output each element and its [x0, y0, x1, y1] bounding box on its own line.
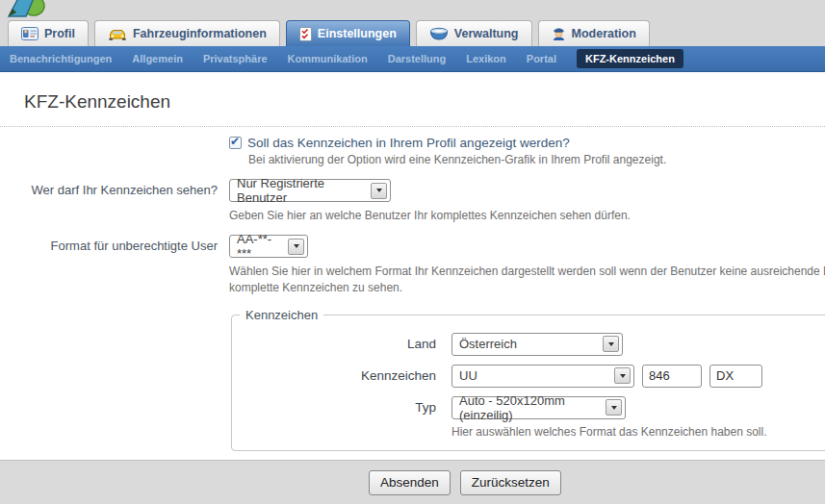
typ-select[interactable]: Auto - 520x120mm (einzeilig)	[451, 396, 626, 419]
checklist-icon	[299, 27, 312, 41]
car-icon	[108, 28, 127, 40]
typ-row: Typ Auto - 520x120mm (einzeilig)	[232, 396, 825, 419]
fieldset-legend: Kennzeichen	[240, 308, 323, 322]
format-select[interactable]: AA-**-***	[229, 235, 308, 258]
tab-label: Verwaltung	[454, 27, 519, 40]
format-description: Wählen Sie hier in welchem Format Ihr Ke…	[229, 264, 825, 296]
tab-label: Fahrzeuginformationen	[133, 27, 267, 40]
kennzeichen-row: Kennzeichen UU	[232, 365, 825, 388]
who-can-see-select[interactable]: Nur Registrierte Benutzer	[229, 179, 391, 202]
chevron-down-icon	[603, 336, 619, 352]
subnav-lexikon[interactable]: Lexikon	[466, 53, 506, 64]
kennzeichen-number-input[interactable]	[642, 365, 702, 388]
selected-value: AA-**-***	[237, 232, 282, 261]
police-officer-icon	[552, 26, 566, 41]
selected-value: Österreich	[459, 337, 517, 351]
subnav-benachrichtigungen[interactable]: Benachrichtigungen	[10, 53, 112, 64]
chevron-down-icon	[371, 183, 387, 199]
tab-profil[interactable]: Profil	[8, 20, 89, 46]
kennzeichen-letters-input[interactable]	[709, 365, 762, 388]
main-content: KFZ-Kennzeichen ✔ Soll das Kennzeichen i…	[0, 72, 825, 460]
land-select[interactable]: Österreich	[451, 333, 623, 356]
format-label: Format für unberechtigte User	[0, 235, 229, 258]
selected-value: UU	[459, 368, 477, 383]
typ-label: Typ	[232, 396, 451, 419]
drawer-icon	[429, 27, 449, 40]
id-card-icon	[21, 27, 39, 40]
tab-label: Profil	[44, 27, 75, 40]
chevron-down-icon	[606, 399, 622, 416]
who-can-see-description: Geben Sie hier an welche Benutzer Ihr ko…	[229, 209, 825, 222]
land-label: Land	[232, 333, 451, 356]
selected-value: Nur Registrierte Benutzer	[237, 176, 365, 205]
header: Profil Fahrzeuginformationen Einstellung…	[0, 0, 825, 46]
tab-label: Einstellungen	[318, 27, 397, 40]
logo-fragment-icon	[4, 0, 48, 19]
subnav-allgemein[interactable]: Allgemein	[132, 53, 183, 64]
sub-navigation: Benachrichtigungen Allgemein Privatsphär…	[0, 46, 825, 72]
dotted-separator	[0, 126, 825, 127]
reset-button[interactable]: Zurücksetzen	[460, 470, 561, 495]
show-license-row: ✔ Soll das Kennzeichen in Ihrem Profil a…	[229, 136, 825, 150]
tab-fahrzeuginformationen[interactable]: Fahrzeuginformationen	[94, 20, 280, 46]
chevron-down-icon	[614, 367, 631, 384]
kennzeichen-label: Kennzeichen	[232, 365, 451, 388]
kennzeichen-fieldset: Kennzeichen Land Österreich Kennzeichen …	[231, 308, 825, 451]
submit-button[interactable]: Absenden	[369, 470, 451, 495]
subnav-kfz-kennzeichen[interactable]: KFZ-Kennzeichen	[577, 49, 683, 68]
subnav-kommunikation[interactable]: Kommunikation	[288, 53, 368, 64]
selected-value: Auto - 520x120mm (einzeilig)	[459, 393, 600, 422]
who-can-see-label: Wer darf Ihr Kennzeichen sehen?	[0, 179, 229, 202]
show-license-label: Soll das Kennzeichen in Ihrem Profil ang…	[247, 136, 570, 150]
tab-verwaltung[interactable]: Verwaltung	[416, 20, 532, 46]
tab-einstellungen[interactable]: Einstellungen	[286, 20, 410, 46]
subnav-privatsphaere[interactable]: Privatsphäre	[203, 53, 268, 64]
subnav-portal[interactable]: Portal	[527, 53, 556, 64]
tab-bar: Profil Fahrzeuginformationen Einstellung…	[0, 19, 825, 46]
show-license-description: Bei aktivierung der Option wird eine Ken…	[248, 153, 825, 166]
show-license-checkbox[interactable]: ✔	[229, 137, 242, 149]
land-row: Land Österreich	[232, 333, 825, 356]
page-title: KFZ-Kennzeichen	[24, 91, 825, 113]
chevron-down-icon	[288, 239, 304, 255]
who-can-see-row: Wer darf Ihr Kennzeichen sehen? Nur Regi…	[0, 179, 825, 202]
footer-bar: Absenden Zurücksetzen	[0, 460, 825, 504]
tab-moderation[interactable]: Moderation	[538, 20, 650, 46]
subnav-darstellung[interactable]: Darstellung	[388, 53, 447, 64]
top-gray-bar	[0, 0, 825, 19]
check-icon: ✔	[230, 135, 240, 148]
typ-description: Hier auswählen welches Format das Kennze…	[451, 425, 825, 439]
tab-label: Moderation	[572, 27, 636, 40]
kennzeichen-district-select[interactable]: UU	[451, 365, 634, 388]
format-row: Format für unberechtigte User AA-**-***	[0, 235, 825, 258]
